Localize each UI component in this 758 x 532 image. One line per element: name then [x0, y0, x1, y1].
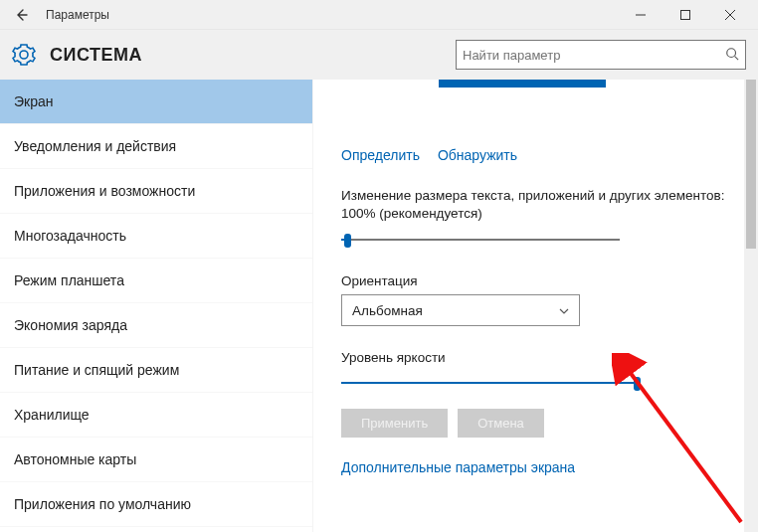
- detect-link[interactable]: Обнаружить: [438, 147, 517, 163]
- search-icon: [725, 47, 739, 64]
- sidebar-item-tablet[interactable]: Режим планшета: [0, 259, 312, 303]
- scale-slider[interactable]: [341, 232, 620, 250]
- titlebar: Параметры: [0, 0, 758, 30]
- minimize-button[interactable]: [618, 0, 663, 30]
- close-button[interactable]: [707, 0, 752, 30]
- minimize-icon: [636, 10, 646, 20]
- scale-label: Изменение размера текста, приложений и д…: [341, 187, 734, 222]
- back-button[interactable]: [6, 0, 36, 30]
- maximize-button[interactable]: [663, 0, 707, 30]
- search-input[interactable]: [463, 48, 725, 63]
- sidebar-item-apps[interactable]: Приложения и возможности: [0, 169, 312, 214]
- search-box[interactable]: [456, 40, 746, 70]
- arrow-left-icon: [13, 7, 29, 23]
- sidebar-item-battery[interactable]: Экономия заряда: [0, 303, 312, 348]
- content-pane: Определить Обнаружить Изменение размера …: [313, 80, 758, 532]
- sidebar-item-notifications[interactable]: Уведомления и действия: [0, 124, 312, 169]
- advanced-display-link[interactable]: Дополнительные параметры экрана: [341, 459, 734, 475]
- chevron-down-icon: [559, 304, 569, 316]
- apply-button[interactable]: Применить: [341, 409, 448, 438]
- sidebar-item-label: Экономия заряда: [14, 317, 127, 333]
- sidebar-item-label: Питание и спящий режим: [14, 362, 179, 378]
- sidebar-item-label: Уведомления и действия: [14, 138, 176, 154]
- sidebar-item-label: Автономные карты: [14, 451, 136, 467]
- sidebar-item-multitasking[interactable]: Многозадачность: [0, 214, 312, 259]
- brightness-label: Уровень яркости: [341, 350, 734, 365]
- display-preview: [341, 80, 734, 119]
- sidebar-item-label: Приложения и возможности: [14, 183, 195, 199]
- identify-link[interactable]: Определить: [341, 147, 420, 163]
- header: СИСТЕМА: [0, 30, 758, 80]
- sidebar-item-maps[interactable]: Автономные карты: [0, 438, 312, 482]
- preview-highlight: [439, 80, 606, 88]
- sidebar-item-storage[interactable]: Хранилище: [0, 393, 312, 438]
- sidebar-item-label: Хранилище: [14, 407, 90, 423]
- maximize-icon: [680, 10, 690, 20]
- svg-point-1: [727, 48, 736, 57]
- orientation-label: Ориентация: [341, 273, 734, 288]
- sidebar-item-label: Многозадачность: [14, 228, 126, 244]
- gear-icon: [12, 43, 36, 67]
- close-icon: [725, 10, 735, 20]
- brightness-slider[interactable]: [341, 375, 640, 393]
- sidebar: Экран Уведомления и действия Приложения …: [0, 80, 313, 532]
- slider-track: [341, 239, 620, 241]
- scrollbar-thumb[interactable]: [746, 80, 756, 249]
- sidebar-item-label: Режим планшета: [14, 272, 124, 288]
- svg-rect-0: [680, 10, 689, 19]
- sidebar-item-default-apps[interactable]: Приложения по умолчанию: [0, 482, 312, 527]
- slider-thumb[interactable]: [634, 377, 641, 391]
- page-title: СИСТЕМА: [50, 45, 142, 66]
- window-title: Параметры: [36, 8, 618, 22]
- sidebar-item-power[interactable]: Питание и спящий режим: [0, 348, 312, 393]
- sidebar-item-label: Экран: [14, 93, 54, 109]
- scrollbar[interactable]: [744, 80, 758, 532]
- sidebar-item-label: Приложения по умолчанию: [14, 496, 191, 512]
- orientation-select[interactable]: Альбомная: [341, 294, 580, 326]
- sidebar-item-display[interactable]: Экран: [0, 80, 312, 124]
- slider-fill: [341, 382, 637, 384]
- slider-thumb[interactable]: [344, 234, 351, 248]
- orientation-value: Альбомная: [352, 303, 423, 318]
- cancel-button[interactable]: Отмена: [458, 409, 544, 438]
